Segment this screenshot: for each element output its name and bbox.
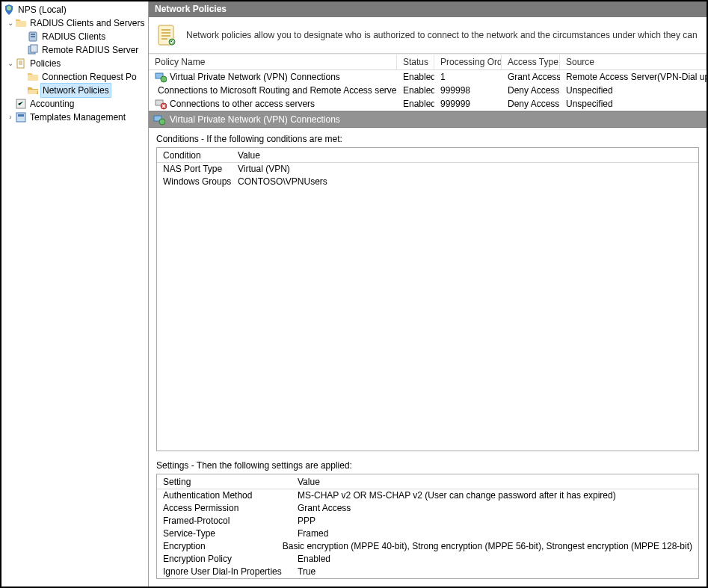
setting-row[interactable]: Encryption Policy Enabled: [157, 553, 698, 566]
folder-icon: [27, 71, 39, 83]
conditions-header: Condition Value: [157, 148, 698, 163]
policy-table: Policy Name Status Processing Order Acce…: [149, 54, 707, 111]
conditions-head-v: Value: [238, 150, 692, 161]
policy-scroll-icon: [155, 23, 179, 47]
settings-header: Setting Value: [157, 474, 698, 489]
expander-icon[interactable]: ⌄: [6, 57, 15, 70]
policy-access: Deny Access: [502, 98, 560, 110]
condition-row[interactable]: Windows Groups CONTOSO\VPNUsers: [157, 176, 698, 188]
setting-name: Ignore User Dial-In Properties: [163, 566, 298, 578]
svg-point-19: [159, 119, 165, 125]
setting-value: MS-CHAP v2 OR MS-CHAP v2 (User can chang…: [298, 490, 692, 501]
conditions-box: Condition Value NAS Port Type Virtual (V…: [156, 147, 699, 451]
settings-head-s: Setting: [163, 477, 298, 487]
network-green-icon: [153, 114, 165, 126]
tree-conn-req[interactable]: Connection Request Po: [1, 70, 148, 84]
condition-row[interactable]: NAS Port Type Virtual (VPN): [157, 163, 698, 176]
policy-status: Enabled: [397, 71, 434, 83]
setting-row[interactable]: Authentication Method MS-CHAP v2 OR MS-C…: [157, 489, 698, 502]
setting-name: Authentication Method: [163, 490, 298, 501]
policy-source: Unspecified: [560, 98, 707, 110]
folder-open-icon: [27, 84, 39, 96]
network-green-icon: [155, 71, 167, 83]
conditions-title: Conditions - If the following conditions…: [156, 134, 699, 144]
policy-status: Enabled: [397, 84, 434, 96]
tree-root[interactable]: NPS (Local): [1, 3, 148, 16]
settings-panel: Settings - Then the following settings a…: [149, 454, 707, 587]
policy-order: 999998: [434, 84, 502, 96]
setting-row[interactable]: Ignore User Dial-In Properties True: [157, 566, 698, 578]
setting-name: Access Permission: [163, 503, 298, 514]
policy-row[interactable]: Connections to other access servers Enab…: [149, 97, 707, 111]
policy-name: Connections to other access servers: [170, 99, 315, 109]
tree-network-policies-label: Network Policies: [41, 84, 111, 97]
tree-remote-radius[interactable]: Remote RADIUS Server: [1, 43, 148, 57]
tree-accounting-label: Accounting: [29, 97, 75, 111]
settings-box: Setting Value Authentication Method MS-C…: [156, 474, 699, 579]
svg-rect-3: [31, 36, 35, 37]
server-stack-icon: [27, 44, 39, 56]
tree-radius-clients-label: RADIUS Clients: [41, 30, 106, 43]
tree-radius-clients[interactable]: RADIUS Clients: [1, 30, 148, 43]
conditions-panel: Conditions - If the following conditions…: [149, 128, 707, 454]
condition-value: CONTOSO\VPNUsers: [238, 176, 692, 188]
shield-globe-icon: [3, 4, 15, 16]
tree-policies-label: Policies: [29, 57, 61, 70]
setting-name: Framed-Protocol: [163, 516, 298, 527]
col-order[interactable]: Processing Order: [434, 55, 502, 69]
setting-value: PPP: [298, 516, 692, 527]
tree-radius-group[interactable]: ⌄ RADIUS Clients and Servers: [1, 16, 148, 30]
selected-policy-bar: Virtual Private Network (VPN) Connection…: [149, 111, 707, 128]
expander-icon[interactable]: ⌄: [6, 16, 15, 30]
policy-name: Virtual Private Network (VPN) Connection…: [170, 72, 340, 82]
right-pane: Network Policies Network policies allow …: [148, 1, 707, 587]
col-access[interactable]: Access Type: [502, 55, 560, 69]
policy-table-header: Policy Name Status Processing Order Acce…: [149, 54, 707, 70]
setting-row[interactable]: Service-Type Framed: [157, 527, 698, 540]
intro-banner: Network policies allow you to designate …: [149, 17, 707, 54]
policy-source: Remote Access Server(VPN-Dial up): [560, 71, 707, 83]
svg-rect-5: [31, 45, 37, 52]
tree-remote-radius-label: Remote RADIUS Server: [41, 43, 139, 57]
template-icon: [15, 111, 27, 123]
tree-accounting[interactable]: Accounting: [1, 97, 148, 111]
scroll-icon: [15, 58, 27, 69]
col-source[interactable]: Source: [560, 55, 707, 69]
setting-row[interactable]: Encryption Basic encryption (MPPE 40-bit…: [157, 540, 698, 553]
tree-root-label: NPS (Local): [17, 3, 67, 16]
setting-value: Grant Access: [298, 503, 692, 514]
tree-conn-req-label: Connection Request Po: [41, 70, 138, 84]
setting-value: Enabled: [298, 554, 692, 565]
tree-templates[interactable]: › Templates Management: [1, 111, 148, 124]
tree-network-policies[interactable]: Network Policies: [1, 84, 148, 97]
condition-value: Virtual (VPN): [238, 164, 692, 175]
tree-templates-label: Templates Management: [29, 111, 126, 124]
header-title: Network Policies: [155, 4, 227, 14]
policy-order: 1: [434, 71, 502, 83]
tree-radius-group-label: RADIUS Clients and Servers: [29, 16, 145, 30]
svg-rect-2: [31, 34, 35, 35]
policy-row[interactable]: Virtual Private Network (VPN) Connection…: [149, 70, 707, 84]
col-policy-name[interactable]: Policy Name: [149, 55, 397, 69]
condition-name: NAS Port Type: [163, 164, 238, 175]
server-icon: [27, 31, 39, 43]
policy-access: Grant Access: [502, 71, 560, 83]
setting-row[interactable]: Access Permission Grant Access: [157, 502, 698, 515]
setting-name: Service-Type: [163, 528, 298, 539]
setting-row[interactable]: Framed-Protocol PPP: [157, 515, 698, 527]
setting-name: Encryption Policy: [163, 554, 298, 565]
col-status[interactable]: Status: [397, 55, 434, 69]
tree-pane: NPS (Local) ⌄ RADIUS Clients and Servers…: [1, 1, 148, 587]
settings-title: Settings - Then the following settings a…: [156, 460, 699, 471]
ledger-icon: [15, 98, 27, 110]
tree-policies[interactable]: ⌄ Policies: [1, 57, 148, 70]
svg-rect-6: [17, 59, 24, 68]
setting-value: True: [298, 566, 692, 578]
policy-order: 999999: [434, 98, 502, 110]
svg-point-13: [161, 76, 167, 82]
intro-text: Network policies allow you to designate …: [186, 30, 699, 40]
policy-row[interactable]: Connections to Microsoft Routing and Rem…: [149, 84, 707, 97]
folder-icon: [15, 17, 27, 29]
svg-rect-9: [18, 114, 24, 117]
expander-icon[interactable]: ›: [6, 111, 15, 124]
